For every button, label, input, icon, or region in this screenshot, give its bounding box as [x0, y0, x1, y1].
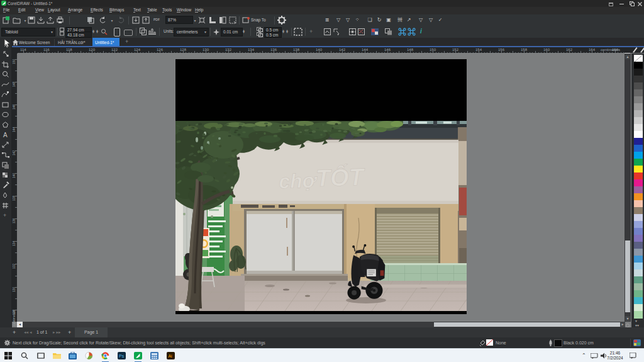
- svg-text:A: A: [3, 132, 8, 139]
- svg-text:Ps: Ps: [119, 354, 125, 358]
- svg-text:Ai: Ai: [168, 354, 172, 358]
